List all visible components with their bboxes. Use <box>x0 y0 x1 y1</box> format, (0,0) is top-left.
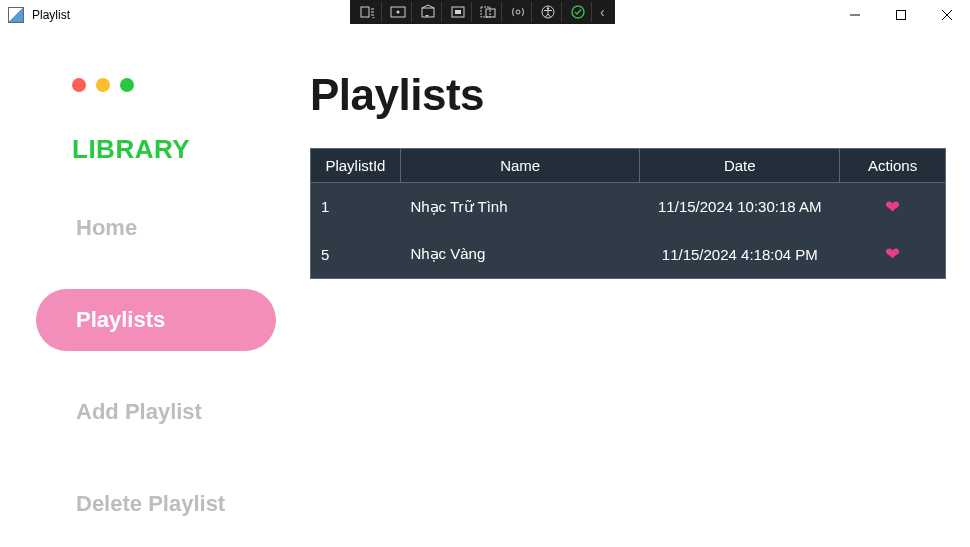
sidebar-item-home[interactable]: Home <box>36 197 276 259</box>
svg-rect-5 <box>455 10 461 14</box>
header-date[interactable]: Date <box>640 149 840 183</box>
svg-rect-12 <box>897 11 906 20</box>
cell-name: Nhạc Trữ Tình <box>400 183 640 231</box>
playlist-table: PlaylistId Name Date Actions 1Nhạc Trữ T… <box>310 148 946 279</box>
sidebar-nav: HomePlaylistsAdd PlaylistDelete Playlist… <box>36 197 310 547</box>
window-controls <box>832 0 970 30</box>
close-button[interactable] <box>924 0 970 30</box>
sidebar-item-delete-playlist[interactable]: Delete Playlist <box>36 473 276 535</box>
cell-actions: ❤ <box>840 231 946 279</box>
sidebar-item-add-playlist[interactable]: Add Playlist <box>36 381 276 443</box>
window-titlebar: Playlist ‹ <box>0 0 970 30</box>
cell-date: 11/15/2024 10:30:18 AM <box>640 183 840 231</box>
dot-red-icon <box>72 78 86 92</box>
chevron-left-icon[interactable]: ‹ <box>594 4 611 20</box>
cell-id: 1 <box>311 183 401 231</box>
minimize-button[interactable] <box>832 0 878 30</box>
hot-reload-icon[interactable] <box>474 2 502 22</box>
maximize-button[interactable] <box>878 0 924 30</box>
svg-point-8 <box>516 10 520 14</box>
select-element-icon[interactable] <box>384 2 412 22</box>
cell-id: 5 <box>311 231 401 279</box>
table-row[interactable]: 1Nhạc Trữ Tình11/15/2024 10:30:18 AM❤ <box>311 183 946 231</box>
vs-debug-toolbar[interactable]: ‹ <box>350 0 615 24</box>
svg-point-10 <box>546 7 548 9</box>
heart-icon[interactable]: ❤ <box>885 244 900 264</box>
accessibility-icon[interactable] <box>534 2 562 22</box>
check-circle-icon[interactable] <box>564 2 592 22</box>
sidebar-item-label: Playlists <box>76 307 165 333</box>
library-heading: LIBRARY <box>72 134 310 165</box>
cell-actions: ❤ <box>840 183 946 231</box>
svg-rect-0 <box>361 7 369 17</box>
table-header: PlaylistId Name Date Actions <box>311 149 946 183</box>
window-title: Playlist <box>32 8 70 22</box>
track-focused-element-icon[interactable] <box>444 2 472 22</box>
main-content: Playlists PlaylistId Name Date Actions 1… <box>310 30 970 547</box>
header-playlist-id[interactable]: PlaylistId <box>311 149 401 183</box>
cell-date: 11/15/2024 4:18:04 PM <box>640 231 840 279</box>
header-name[interactable]: Name <box>400 149 640 183</box>
table-row[interactable]: 5Nhạc Vàng11/15/2024 4:18:04 PM❤ <box>311 231 946 279</box>
sidebar: LIBRARY HomePlaylistsAdd PlaylistDelete … <box>0 30 310 547</box>
header-actions[interactable]: Actions <box>840 149 946 183</box>
sidebar-item-label: Home <box>76 215 137 241</box>
sidebar-item-playlists[interactable]: Playlists <box>36 289 276 351</box>
dot-yellow-icon <box>96 78 110 92</box>
heart-icon[interactable]: ❤ <box>885 197 900 217</box>
app-icon <box>8 7 24 23</box>
svg-point-2 <box>396 11 399 14</box>
sidebar-item-label: Delete Playlist <box>76 491 225 517</box>
table-body: 1Nhạc Trữ Tình11/15/2024 10:30:18 AM❤5Nh… <box>311 183 946 279</box>
cell-name: Nhạc Vàng <box>400 231 640 279</box>
dot-green-icon <box>120 78 134 92</box>
sidebar-item-label: Add Playlist <box>76 399 202 425</box>
display-layout-adorners-icon[interactable] <box>414 2 442 22</box>
live-visual-tree-icon[interactable] <box>354 2 382 22</box>
traffic-lights <box>72 78 310 92</box>
page-title: Playlists <box>310 70 952 120</box>
xaml-binding-failures-icon[interactable] <box>504 2 532 22</box>
